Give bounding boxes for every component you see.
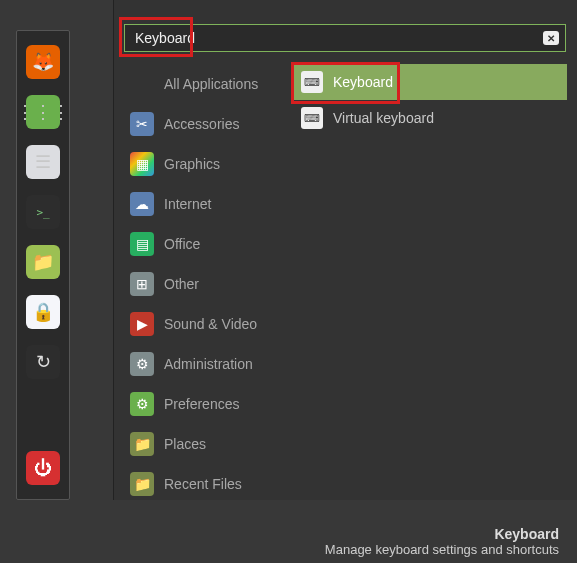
category-administration[interactable]: ⚙Administration [124, 344, 284, 384]
recent-files-icon: 📁 [130, 472, 154, 496]
other-icon: ⊞ [130, 272, 154, 296]
category-label: Places [164, 436, 206, 452]
files-icon[interactable]: ☰ [26, 145, 60, 179]
hint-title: Keyboard [325, 526, 559, 542]
category-label: Office [164, 236, 200, 252]
sound-video-icon: ▶ [130, 312, 154, 336]
category-places[interactable]: 📁Places [124, 424, 284, 464]
category-accessories[interactable]: ✂Accessories [124, 104, 284, 144]
category-other[interactable]: ⊞Other [124, 264, 284, 304]
category-graphics[interactable]: ▦Graphics [124, 144, 284, 184]
category-label: Accessories [164, 116, 239, 132]
apps-icon[interactable]: ⋮⋮⋮ [26, 95, 60, 129]
category-label: Other [164, 276, 199, 292]
internet-icon: ☁ [130, 192, 154, 216]
category-office[interactable]: ▤Office [124, 224, 284, 264]
result-keyboard[interactable]: ⌨Keyboard [291, 64, 567, 100]
category-label: Internet [164, 196, 211, 212]
terminal-icon[interactable]: >_ [26, 195, 60, 229]
result-virtual-keyboard[interactable]: ⌨Virtual keyboard [291, 100, 567, 136]
power-icon[interactable]: ⏻ [26, 451, 60, 485]
category-list: All Applications✂Accessories▦Graphics☁In… [124, 64, 284, 504]
category-label: Administration [164, 356, 253, 372]
graphics-icon: ▦ [130, 152, 154, 176]
search-results: ⌨Keyboard⌨Virtual keyboard [291, 64, 567, 136]
category-label: All Applications [164, 76, 258, 92]
search-input[interactable] [131, 28, 543, 48]
folder-icon[interactable]: 📁 [26, 245, 60, 279]
category-sound-video[interactable]: ▶Sound & Video [124, 304, 284, 344]
category-recent-files[interactable]: 📁Recent Files [124, 464, 284, 504]
taskbar: 🦊⋮⋮⋮☰>_📁🔒↻⏻ [16, 30, 70, 500]
keyboard-icon: ⌨ [301, 71, 323, 93]
update-icon[interactable]: ↻ [26, 345, 60, 379]
search-field-wrap[interactable]: ✕ [124, 24, 566, 52]
category-label: Sound & Video [164, 316, 257, 332]
places-icon: 📁 [130, 432, 154, 456]
applications-menu: ✕ All Applications✂Accessories▦Graphics☁… [113, 0, 577, 500]
result-label: Virtual keyboard [333, 110, 434, 126]
hover-hint: Keyboard Manage keyboard settings and sh… [325, 526, 559, 557]
category-label: Preferences [164, 396, 239, 412]
accessories-icon: ✂ [130, 112, 154, 136]
category-preferences[interactable]: ⚙Preferences [124, 384, 284, 424]
office-icon: ▤ [130, 232, 154, 256]
lock-icon[interactable]: 🔒 [26, 295, 60, 329]
keyboard-icon: ⌨ [301, 107, 323, 129]
category-all-applications[interactable]: All Applications [124, 64, 284, 104]
all-applications-icon [130, 72, 154, 96]
preferences-icon: ⚙ [130, 392, 154, 416]
category-label: Graphics [164, 156, 220, 172]
hint-description: Manage keyboard settings and shortcuts [325, 542, 559, 557]
clear-search-icon[interactable]: ✕ [543, 31, 559, 45]
category-internet[interactable]: ☁Internet [124, 184, 284, 224]
firefox-icon[interactable]: 🦊 [26, 45, 60, 79]
result-label: Keyboard [333, 74, 393, 90]
category-label: Recent Files [164, 476, 242, 492]
administration-icon: ⚙ [130, 352, 154, 376]
